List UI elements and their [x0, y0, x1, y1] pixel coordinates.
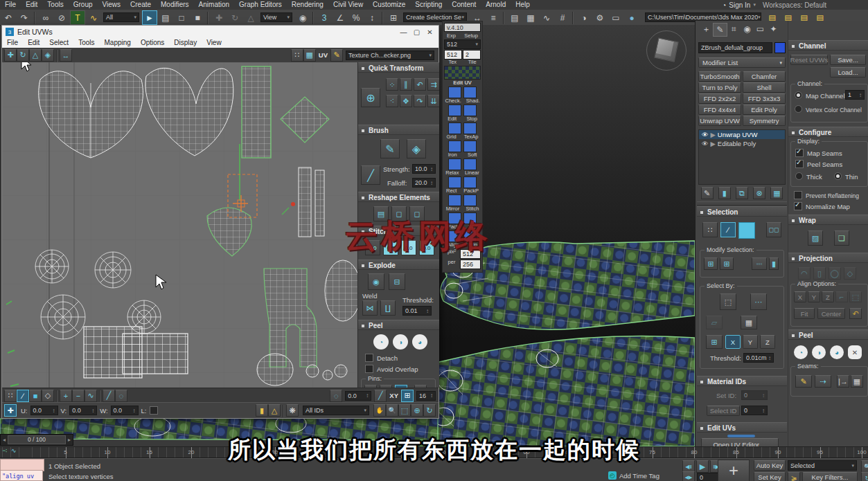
edit-uvws-titlebar[interactable]: 3 Edit UVWs — ▢ ✕	[2, 26, 439, 38]
checker-preview[interactable]	[444, 66, 481, 80]
object-color-swatch[interactable]	[774, 42, 786, 53]
layers-icon[interactable]: ▤	[507, 10, 522, 25]
fit-button[interactable]: Fit	[794, 308, 815, 319]
add-time-tag[interactable]: ◴ Add Time Tag	[608, 471, 659, 480]
modifier-set-button[interactable]: Symmetry	[743, 116, 786, 126]
rotate-cw-icon[interactable]: ↷	[414, 95, 426, 107]
box-map-icon[interactable]: ◇	[844, 267, 856, 280]
cylindrical-map-icon[interactable]: ▯	[813, 267, 826, 280]
size-x-field[interactable]: 512	[444, 50, 462, 60]
tool-icon-b[interactable]	[463, 158, 477, 170]
modifier-list-dropdown[interactable]: Modifier List▾	[698, 57, 786, 68]
axis-x-button[interactable]: X	[725, 335, 741, 349]
prevent-reflattening-checkbox[interactable]: Prevent Reflattening	[794, 191, 859, 199]
straighten-icon[interactable]: ◻	[391, 206, 407, 221]
frame-back-arrow[interactable]: ◂	[1, 437, 8, 443]
select-by-name-icon[interactable]: ▤	[158, 10, 173, 25]
make-unique-icon[interactable]: ⧉	[736, 187, 748, 199]
zoom-extents-icon[interactable]: ⊕	[411, 404, 423, 417]
configure-sets-icon[interactable]: ▦	[770, 187, 783, 199]
load-uvws-button[interactable]: Load...	[830, 67, 866, 78]
modifier-stack-row[interactable]: 👁▶Unwrap UVW	[699, 130, 785, 139]
tool-icon-b[interactable]	[463, 230, 477, 242]
w-field[interactable]: 0.0↕	[111, 406, 139, 415]
menu-item[interactable]: Help	[511, 0, 535, 10]
selection-filter-dropdown[interactable]: All▾	[103, 12, 139, 22]
textools-icon[interactable]: T	[70, 10, 85, 25]
uv-scale-icon[interactable]: △	[29, 49, 42, 62]
rollout-edit-uvs[interactable]: Edit UVs	[697, 422, 787, 433]
pelt-skin-icon[interactable]: ✕	[848, 345, 862, 359]
thick-radio[interactable]: Thick	[795, 172, 822, 181]
uv-move-icon[interactable]: ✚	[4, 49, 17, 62]
select-id-field[interactable]: 0↕	[741, 406, 768, 415]
rollout-peel-right[interactable]: Peel	[788, 329, 868, 340]
menu-item[interactable]: Customize	[368, 0, 410, 10]
lock-aspect-checkbox[interactable]	[150, 406, 158, 415]
reset-uvws-button[interactable]: Reset UVWs	[790, 55, 828, 65]
rect-selection-region-icon[interactable]: □	[174, 10, 189, 25]
axis-z-button[interactable]: Z	[760, 335, 775, 349]
edit-named-selections-icon[interactable]: ⊞	[386, 10, 401, 25]
rollout-quick-transform[interactable]: Quick Transform	[358, 62, 439, 73]
paint-move-brush-icon[interactable]: ✎	[380, 139, 400, 158]
normalize-map-checkbox[interactable]: Normalize Map	[794, 202, 850, 210]
uvw-menu-item[interactable]: Select	[44, 38, 73, 48]
auto-key-button[interactable]: Auto Key	[754, 460, 786, 471]
rotate-ccw-icon[interactable]: ↶	[414, 78, 426, 91]
select-rotate-icon[interactable]: ↻	[227, 10, 242, 25]
rollout-brush[interactable]: Brush	[358, 125, 439, 135]
menu-item[interactable]: Graph Editors	[234, 0, 287, 10]
tool-icon-b[interactable]	[463, 194, 477, 206]
percent-snap-icon[interactable]: %	[348, 10, 364, 25]
modifier-set-button[interactable]: TurboSmooth	[698, 71, 741, 82]
freeze-icon[interactable]: ❋	[286, 404, 299, 417]
map-size-dropdown[interactable]: 512▾	[444, 39, 481, 49]
tab-utilities[interactable]: ✦	[767, 23, 780, 35]
tool-icon-a[interactable]	[448, 140, 461, 152]
map-seams-checkbox[interactable]: Map Seams	[795, 149, 842, 157]
minimize-button[interactable]: —	[398, 27, 409, 37]
menu-item[interactable]: Edit	[21, 0, 42, 10]
tool-icon-a[interactable]	[448, 105, 461, 116]
menu-item[interactable]: Scripting	[410, 0, 447, 10]
select-by-element-icon[interactable]: ⬚	[720, 293, 736, 310]
space-v-icon[interactable]: ❖	[400, 95, 412, 107]
snap-toggle-icon[interactable]: 3	[317, 10, 332, 25]
bind-spacewarp-icon[interactable]: ∿	[86, 10, 101, 25]
set-key-filters-icon[interactable]: ≽	[788, 472, 800, 481]
ribbon-icon[interactable]: ▦	[523, 10, 538, 25]
pan-rotate-icon[interactable]: ↻	[423, 404, 436, 417]
sign-in-menu[interactable]: ◔ Sign In ▾	[722, 1, 756, 9]
filter-faces-icon[interactable]: △	[268, 404, 281, 417]
time-slider[interactable]: ◂ 0 / 100 ▸	[0, 434, 73, 446]
align-x-button[interactable]: X	[794, 291, 806, 302]
uv-vertex-mode-icon[interactable]: ∷	[4, 390, 17, 402]
pelt-map-icon[interactable]: ◕	[412, 334, 427, 350]
track-filter-icon[interactable]: ∿	[11, 447, 17, 454]
peel-mode-icon-right[interactable]: ◑	[812, 345, 826, 359]
rollout-channel[interactable]: Channel	[788, 40, 868, 51]
cp-vertex-mode-icon[interactable]: ∷	[702, 222, 718, 237]
uvw-menu-item[interactable]: File	[2, 38, 23, 48]
set-id-field[interactable]: 0↕	[741, 390, 768, 400]
menu-item[interactable]: Group	[69, 0, 98, 10]
edit-seams-icon[interactable]: ✎	[795, 375, 812, 388]
detach-checkbox[interactable]: Detach	[365, 354, 398, 362]
menu-item[interactable]: Create	[125, 0, 156, 10]
map-channel-field[interactable]: 1↕	[845, 90, 865, 100]
modifier-set-button[interactable]: Shell	[743, 82, 786, 93]
grid-snap-icon[interactable]: ⊞	[401, 390, 414, 402]
maxscript-mini-listener[interactable]: "align uv sh	[0, 470, 43, 481]
soft-selection-icon[interactable]: ∿	[85, 390, 97, 402]
tool-icon-b[interactable]	[463, 87, 477, 98]
rollout-stitch[interactable]: Stitch	[358, 226, 439, 236]
visibility-eye-icon[interactable]: 👁	[702, 131, 709, 138]
falloff-amount-field[interactable]: 0.0↕	[345, 391, 371, 401]
rollout-explode[interactable]: Explode	[358, 260, 439, 270]
falloff-type-icon[interactable]: ◌	[115, 390, 127, 402]
uvw-menu-item[interactable]: Options	[136, 38, 169, 48]
setup-label[interactable]: Setup	[464, 33, 478, 39]
tool-icon-a[interactable]	[448, 87, 461, 98]
tool-icon-b[interactable]	[463, 140, 477, 152]
